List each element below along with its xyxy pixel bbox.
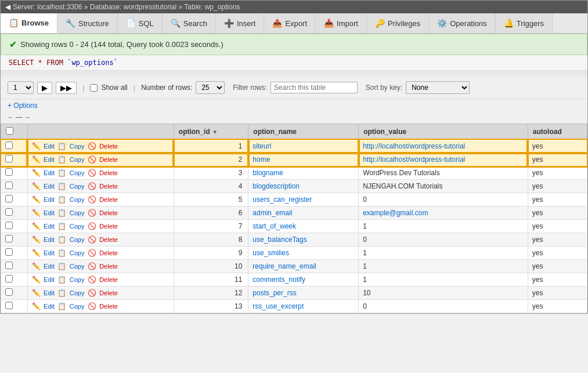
delete-link[interactable]: Delete bbox=[99, 276, 118, 283]
copy-link[interactable]: Copy bbox=[70, 249, 85, 256]
tab-insert[interactable]: ➕ Insert bbox=[216, 13, 265, 33]
col-option-name[interactable]: option_name bbox=[248, 124, 359, 140]
copy-link[interactable]: Copy bbox=[70, 223, 85, 230]
row-checkbox[interactable] bbox=[5, 275, 13, 283]
copy-link[interactable]: Copy bbox=[70, 143, 85, 150]
row-checkbox[interactable] bbox=[5, 155, 13, 162]
edit-icon: ✏️ bbox=[32, 276, 41, 284]
delete-link[interactable]: Delete bbox=[99, 249, 118, 256]
copy-link[interactable]: Copy bbox=[70, 183, 85, 190]
option-id-cell: 4 bbox=[174, 180, 248, 193]
edit-link[interactable]: Edit bbox=[44, 289, 55, 296]
edit-icon: ✏️ bbox=[32, 262, 41, 270]
delete-link[interactable]: Delete bbox=[99, 209, 118, 216]
edit-link[interactable]: Edit bbox=[44, 223, 55, 230]
tab-export[interactable]: 📤 Export bbox=[264, 13, 316, 33]
delete-link[interactable]: Delete bbox=[99, 196, 118, 203]
delete-link[interactable]: Delete bbox=[99, 236, 118, 243]
operations-icon: ⚙️ bbox=[437, 19, 447, 28]
select-all-checkbox[interactable] bbox=[6, 127, 13, 135]
copy-link[interactable]: Copy bbox=[70, 196, 85, 203]
delete-link[interactable]: Delete bbox=[99, 289, 118, 296]
row-checkbox[interactable] bbox=[5, 142, 13, 149]
next-page-button[interactable]: ▶ bbox=[37, 82, 52, 94]
row-checkbox-cell bbox=[1, 247, 28, 260]
col-autoload[interactable]: autoload bbox=[528, 124, 587, 140]
copy-link[interactable]: Copy bbox=[70, 209, 85, 216]
row-checkbox[interactable] bbox=[5, 262, 13, 269]
row-checkbox[interactable] bbox=[5, 235, 13, 242]
delete-link[interactable]: Delete bbox=[99, 183, 118, 190]
copy-link[interactable]: Copy bbox=[70, 156, 85, 163]
edit-link[interactable]: Edit bbox=[44, 236, 55, 243]
search-input[interactable] bbox=[270, 82, 358, 93]
tab-sql[interactable]: 📄 SQL bbox=[118, 13, 163, 33]
delete-icon: 🚫 bbox=[88, 195, 96, 204]
row-checkbox[interactable] bbox=[5, 302, 13, 309]
last-page-button[interactable]: ▶▶ bbox=[56, 82, 77, 94]
copy-link[interactable]: Copy bbox=[70, 263, 85, 270]
edit-link[interactable]: Edit bbox=[44, 156, 55, 163]
row-checkbox[interactable] bbox=[5, 182, 13, 189]
tab-triggers[interactable]: 🔔 Triggers bbox=[496, 13, 553, 33]
row-checkbox[interactable] bbox=[5, 222, 13, 229]
edit-link[interactable]: Edit bbox=[44, 169, 55, 176]
row-checkbox[interactable] bbox=[5, 195, 13, 202]
option-id-cell: 13 bbox=[174, 300, 248, 313]
table-row: ✏️ Edit 📋 Copy 🚫 Delete 2 home http://lo… bbox=[1, 153, 587, 166]
copy-link[interactable]: Copy bbox=[70, 236, 85, 243]
delete-link[interactable]: Delete bbox=[99, 263, 118, 270]
option-name-cell: posts_per_rss bbox=[248, 287, 359, 300]
copy-icon: 📋 bbox=[57, 209, 66, 217]
sort-arrow-id: ▼ bbox=[212, 129, 218, 135]
copy-link[interactable]: Copy bbox=[70, 289, 85, 296]
edit-link[interactable]: Edit bbox=[44, 303, 55, 310]
tab-search-label: Search bbox=[183, 19, 207, 28]
table-row: ✏️ Edit 📋 Copy 🚫 Delete 6 admin_email ex… bbox=[1, 207, 587, 220]
edit-link[interactable]: Edit bbox=[44, 276, 55, 283]
tab-search[interactable]: 🔍 Search bbox=[163, 13, 216, 33]
tab-structure[interactable]: 🔧 Structure bbox=[57, 13, 118, 33]
delete-link[interactable]: Delete bbox=[99, 169, 118, 176]
row-checkbox[interactable] bbox=[5, 168, 13, 176]
tab-privileges[interactable]: 🔑 Privileges bbox=[367, 13, 429, 33]
edit-link[interactable]: Edit bbox=[44, 209, 55, 216]
row-actions-cell: ✏️ Edit 📋 Copy 🚫 Delete bbox=[27, 166, 174, 180]
show-all-checkbox[interactable] bbox=[90, 84, 98, 92]
table-row: ✏️ Edit 📋 Copy 🚫 Delete 4 blogdescriptio… bbox=[1, 180, 587, 193]
edit-link[interactable]: Edit bbox=[44, 183, 55, 190]
option-name-cell: blogname bbox=[248, 166, 359, 180]
col-option-id[interactable]: option_id ▼ bbox=[174, 124, 248, 140]
tab-browse[interactable]: 📋 Browse bbox=[1, 13, 57, 33]
row-checkbox[interactable] bbox=[5, 208, 13, 216]
edit-link[interactable]: Edit bbox=[44, 263, 55, 270]
privileges-icon: 🔑 bbox=[375, 19, 385, 28]
edit-link[interactable]: Edit bbox=[44, 143, 55, 150]
tab-import[interactable]: 📥 Import bbox=[316, 13, 367, 33]
edit-link[interactable]: Edit bbox=[44, 196, 55, 203]
edit-link[interactable]: Edit bbox=[44, 249, 55, 256]
copy-link[interactable]: Copy bbox=[70, 303, 85, 310]
copy-icon: 📋 bbox=[57, 195, 66, 204]
arrow-right[interactable]: → bbox=[24, 113, 31, 121]
delete-link[interactable]: Delete bbox=[99, 223, 118, 230]
options-link[interactable]: + Options bbox=[8, 102, 38, 110]
arrow-left[interactable]: ← bbox=[8, 113, 15, 121]
options-row[interactable]: + Options bbox=[1, 99, 587, 112]
col-actions bbox=[27, 124, 174, 140]
autoload-cell: yes bbox=[528, 193, 587, 207]
row-checkbox[interactable] bbox=[5, 288, 13, 296]
delete-link[interactable]: Delete bbox=[99, 156, 118, 163]
row-checkbox-cell bbox=[1, 233, 28, 247]
copy-link[interactable]: Copy bbox=[70, 169, 85, 176]
delete-link[interactable]: Delete bbox=[99, 303, 118, 310]
col-option-value[interactable]: option_value bbox=[359, 124, 528, 140]
row-checkbox[interactable] bbox=[5, 248, 13, 256]
sort-select[interactable]: None bbox=[406, 81, 470, 94]
rows-select[interactable]: 25 50 100 bbox=[196, 81, 225, 94]
page-select[interactable]: 1 bbox=[8, 81, 34, 94]
edit-icon: ✏️ bbox=[32, 155, 41, 164]
tab-operations[interactable]: ⚙️ Operations bbox=[429, 13, 496, 33]
delete-link[interactable]: Delete bbox=[99, 143, 118, 150]
copy-link[interactable]: Copy bbox=[70, 276, 85, 283]
